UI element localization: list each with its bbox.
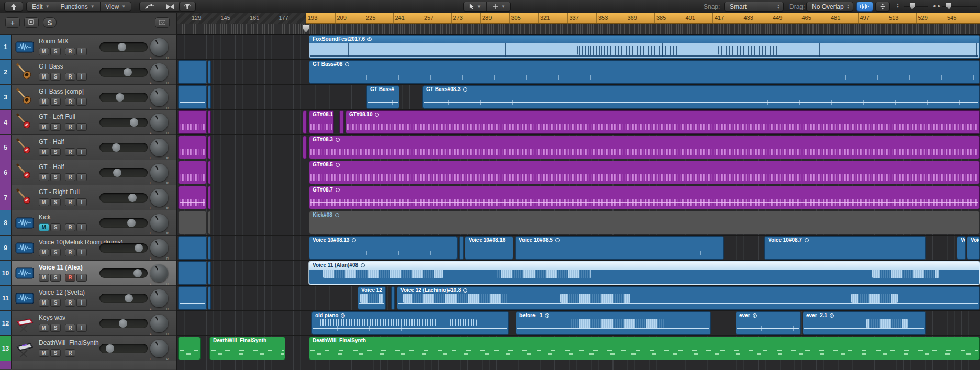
vertical-zoom-slider[interactable] — [904, 6, 928, 7]
horizontal-zoom-arrows-icon[interactable]: ◄ ► — [932, 4, 941, 8]
solo-button[interactable]: S — [50, 349, 61, 357]
knob-dial[interactable] — [150, 289, 168, 307]
record-enable-button[interactable]: R — [65, 73, 75, 81]
mute-button[interactable]: M — [39, 173, 49, 181]
solo-button[interactable]: S — [50, 73, 61, 81]
input-monitor-button[interactable]: I — [76, 198, 87, 206]
track-header[interactable]: 1Room MIXMSRILR — [0, 35, 176, 60]
audio-region[interactable] — [178, 337, 201, 360]
horizontal-zoom-slider[interactable] — [942, 6, 977, 7]
volume-slider[interactable] — [99, 193, 148, 203]
track-name[interactable]: GT - Half — [39, 138, 64, 145]
track-lane[interactable]: FoxSoundFest2017.61 — [177, 35, 980, 60]
mute-button[interactable]: M — [39, 73, 49, 81]
input-monitor-button[interactable]: I — [76, 173, 87, 181]
mute-button[interactable]: M — [39, 98, 49, 106]
audio-region[interactable] — [208, 110, 211, 134]
bar-ruler[interactable]: 1291451611771932092252412572732893053213… — [177, 13, 980, 35]
track-lane[interactable]: Kick#08 — [177, 210, 980, 236]
secondary-tool-button[interactable]: ▼ — [487, 2, 510, 11]
track-lane[interactable]: old piano1before _11ever1ever_2.11 — [177, 311, 980, 336]
track-header[interactable]: 9Voice 10(Melnik Room drums)MSRILR — [0, 236, 176, 261]
track-header[interactable]: 8KickMSRILR — [0, 210, 176, 236]
track-lane[interactable]: GT#08.7 — [177, 185, 980, 210]
audio-region[interactable]: Voic — [967, 236, 980, 260]
loop-circle-icon[interactable] — [805, 238, 809, 242]
solo-button[interactable]: S — [50, 48, 61, 55]
pan-knob[interactable]: LR — [148, 187, 171, 210]
pan-knob[interactable]: LR — [148, 36, 171, 59]
knob-dial[interactable] — [150, 114, 168, 131]
loop-count-icon[interactable]: 1 — [545, 313, 549, 318]
loop-circle-icon[interactable] — [463, 87, 467, 92]
solo-button[interactable]: S — [50, 148, 61, 156]
track-header[interactable]: 4GT - Left FullMSRILR — [0, 110, 176, 135]
mute-button[interactable]: M — [39, 274, 49, 282]
input-monitor-button[interactable]: I — [76, 73, 87, 81]
loop-circle-icon[interactable] — [336, 188, 340, 192]
vertical-zoom-stepper[interactable]: ▲▼ — [896, 3, 899, 8]
track-name[interactable]: GT Bass [comp] — [39, 88, 84, 95]
loop-circle-icon[interactable] — [345, 62, 349, 66]
volume-slider-thumb[interactable] — [127, 219, 136, 227]
audio-region[interactable]: GT Bass# — [366, 85, 399, 109]
pointer-tool-button[interactable]: ▼ — [464, 2, 487, 11]
audio-region[interactable]: Kick#08 — [309, 211, 980, 234]
solo-button[interactable]: S — [50, 198, 61, 206]
loop-circle-icon[interactable] — [335, 213, 339, 217]
record-enable-button[interactable]: R — [65, 274, 75, 282]
volume-slider-thumb[interactable] — [119, 319, 127, 328]
volume-slider[interactable] — [99, 93, 148, 102]
input-monitor-button[interactable]: I — [76, 249, 87, 256]
audio-region[interactable]: Voice 12 (Lachinio)#10.8 — [397, 286, 980, 310]
knob-dial[interactable] — [150, 38, 168, 56]
volume-slider[interactable] — [99, 118, 148, 127]
track-header[interactable]: 10Voice 11 (Alex)MSRILR — [0, 261, 176, 286]
audio-region[interactable] — [208, 261, 211, 285]
volume-slider-thumb[interactable] — [133, 269, 142, 277]
volume-slider-thumb[interactable] — [124, 68, 132, 76]
audio-region[interactable]: GT Bass#08.3 — [422, 85, 980, 109]
input-monitor-button[interactable]: I — [76, 324, 87, 332]
volume-slider[interactable] — [99, 319, 148, 328]
knob-dial[interactable] — [150, 340, 168, 357]
solo-button[interactable]: S — [50, 173, 61, 181]
audio-region[interactable] — [178, 261, 207, 285]
record-enable-button[interactable]: R — [65, 223, 75, 231]
track-name[interactable]: Voice 11 (Alex) — [39, 264, 83, 271]
track-header[interactable] — [0, 361, 176, 369]
volume-slider[interactable] — [99, 268, 148, 278]
record-enable-button[interactable]: R — [65, 48, 75, 55]
audio-region[interactable] — [208, 60, 211, 84]
audio-region[interactable] — [208, 236, 211, 260]
track-name[interactable]: GT - Right Full — [39, 188, 80, 196]
pan-knob[interactable]: LR — [148, 162, 171, 185]
audio-region[interactable] — [391, 286, 395, 310]
drag-select[interactable]: No Overlap ▲▼ — [806, 2, 853, 12]
track-header[interactable]: 6GT - HalfMSRILR — [0, 160, 176, 185]
audio-region[interactable] — [208, 136, 211, 159]
arrange-area[interactable]: FoxSoundFest2017.61GT Bass#08GT Bass#GT … — [177, 35, 980, 370]
slider-handle[interactable] — [946, 3, 951, 9]
input-monitor-button[interactable]: I — [76, 48, 87, 55]
snap-select[interactable]: Smart ▲▼ — [724, 2, 784, 12]
volume-slider-thumb[interactable] — [125, 294, 133, 302]
loop-circle-icon[interactable] — [463, 288, 467, 293]
volume-slider[interactable] — [99, 143, 148, 152]
audio-region[interactable]: GT#08.7 — [309, 186, 980, 209]
record-enable-button[interactable]: R — [65, 148, 75, 156]
track-name[interactable]: DeathWill_FinalSynth — [39, 339, 99, 346]
audio-region[interactable]: Voice 11 (Alan)#08 — [309, 261, 980, 285]
loop-circle-icon[interactable] — [336, 163, 340, 167]
pan-knob[interactable]: LR — [148, 111, 171, 134]
back-button[interactable] — [4, 2, 23, 12]
track-name[interactable]: GT - Left Full — [39, 113, 75, 120]
track-name[interactable]: Room MIX — [39, 38, 69, 45]
audio-region[interactable]: DeathWill_FinalSynth — [209, 337, 285, 360]
audio-region[interactable]: Voice 10#08.7 — [764, 236, 926, 260]
solo-button[interactable]: S — [50, 223, 61, 231]
knob-dial[interactable] — [150, 164, 168, 182]
mute-button[interactable]: M — [39, 324, 49, 332]
audio-region[interactable] — [339, 110, 344, 134]
audio-region[interactable] — [208, 85, 211, 109]
